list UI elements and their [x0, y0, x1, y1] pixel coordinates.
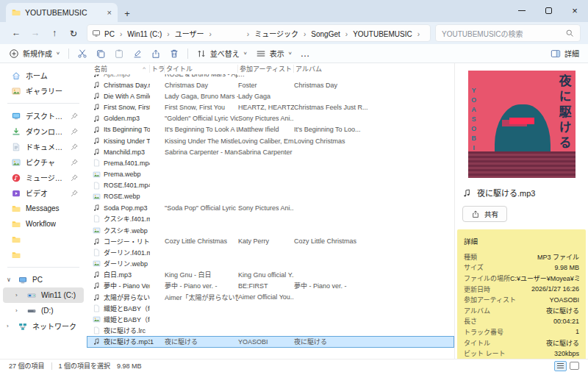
file-row[interactable]: 夜に駆ける.lrc	[87, 325, 454, 336]
copy-button[interactable]	[96, 49, 106, 59]
share-file-button[interactable]: 共有	[462, 206, 507, 222]
file-name-cell: Golden.mp3	[93, 115, 150, 123]
file-row-partial[interactable]: Apt..mp3 ROSÉ & Bruno Mars - Ap... …	[87, 74, 454, 79]
file-row[interactable]: Its Beginning To Lo... It's Beginning To…	[87, 124, 454, 135]
file-artist-cell: King Gnu official Y...	[238, 271, 294, 279]
forward-button[interactable]: →	[26, 28, 44, 38]
refresh-button[interactable]: ↻	[65, 28, 82, 39]
tab-close-icon[interactable]: ×	[107, 9, 112, 17]
close-icon: ×	[572, 6, 578, 15]
column-header-0[interactable]: 名前^	[93, 65, 150, 73]
file-title-cell: "Golden" Official Lyric Vid...	[165, 115, 238, 122]
selection-count: 1 個の項目を選択	[59, 361, 111, 371]
file-row[interactable]: Apt..mp3 ROSÉ & Bruno Mars - Ap... …	[87, 74, 454, 79]
breadcrumb-segment[interactable]: SongGet	[307, 29, 343, 40]
chevron-down-icon: ∨	[56, 51, 60, 55]
file-row[interactable]: Die With A Smile.mp3 Lady Gaga, Bruno Ma…	[87, 90, 454, 101]
sidebar-item-messages[interactable]: Messages	[3, 201, 84, 216]
file-row-selected[interactable]: 夜に駆ける.mp3 1 夜に駆ける YOASOBI 夜に駆ける	[87, 336, 454, 347]
column-header-2[interactable]: タイトル	[165, 65, 238, 73]
file-row[interactable]: Christmas Day.mp3 Christmas Day Foster C…	[87, 79, 454, 90]
music-note-icon	[462, 188, 472, 198]
sidebar-item-win11-c[interactable]: ›Win11 (C:)	[3, 287, 84, 303]
minimize-button[interactable]	[509, 0, 535, 21]
back-button[interactable]: ←	[7, 28, 25, 38]
file-row[interactable]: Manchild.mp3 Sabrina Carpenter - Manc...…	[87, 146, 454, 157]
thumbnail-view-toggle[interactable]	[570, 362, 579, 370]
sidebar-item-documents[interactable]: ドキュメント	[3, 139, 84, 154]
sidebar-item-d-drive[interactable]: ›(D:)	[3, 303, 84, 318]
sidebar-item-videos[interactable]: ビデオ	[3, 185, 84, 201]
search-box[interactable]: YOUTUBEMUSICの検索	[435, 24, 581, 42]
sidebar-item-music[interactable]: ミュージック	[3, 170, 84, 185]
list-view-toggle[interactable]	[554, 361, 567, 371]
file-row[interactable]: Kissing Under The ... Kissing Under The …	[87, 135, 454, 146]
sidebar-item-downloads[interactable]: ダウンロード	[3, 124, 84, 139]
file-row[interactable]: コージー・リトル・クリス... Cozy Little Christmas Ka…	[87, 236, 454, 247]
trash-icon	[169, 49, 179, 59]
file-row[interactable]: 織姫とBABY（feat. ...	[87, 314, 454, 325]
file-row[interactable]: First Snow, First You... First Snow, Fir…	[87, 101, 454, 112]
share-button[interactable]	[151, 49, 161, 59]
sidebar-item-pc[interactable]: ∨PC	[3, 272, 84, 287]
file-row[interactable]: ROSE.f401.mp4.part	[87, 180, 454, 191]
chevron-right-icon[interactable]: ›	[7, 323, 13, 329]
new-tab-button[interactable]: +	[118, 8, 137, 22]
sidebar-item-workflow[interactable]: Workflow	[3, 216, 84, 232]
file-row[interactable]: クスシキ.webp	[87, 224, 454, 235]
sidebar-item-gallery[interactable]: ギャラリー	[3, 83, 84, 99]
maximize-button[interactable]	[535, 0, 562, 21]
rename-button[interactable]	[132, 49, 143, 59]
album-art: 夜に駆ける YOASOBI	[468, 71, 576, 178]
details-pane-toggle[interactable]: 詳細	[551, 48, 579, 59]
column-header-1[interactable]: トラ...	[150, 65, 165, 73]
close-button[interactable]: ×	[562, 0, 588, 21]
file-row[interactable]: 織姫とBABY（feat. ...	[87, 303, 454, 314]
album-art-title-text: 夜に駆ける	[555, 74, 573, 151]
music-note-icon	[93, 204, 101, 212]
file-row[interactable]: 太陽が昇らない世界... Aimer「太陽が昇らない世界... Aimer Of…	[87, 292, 454, 303]
breadcrumb-segment[interactable]: Win11 (C:)	[123, 29, 165, 40]
breadcrumb[interactable]: PC›Win11 (C:)›ユーザー››ミュージック›SongGet›YOUTU…	[87, 24, 431, 42]
sidebar-item-network[interactable]: ›ネットワーク	[3, 318, 84, 334]
file-row[interactable]: 夢中 - Piano Ver. -... 夢中 - Piano ver. - B…	[87, 280, 454, 291]
breadcrumb-segment[interactable]: ミュージック	[251, 29, 302, 40]
breadcrumb-segment[interactable]: PC	[101, 29, 118, 40]
sidebar-item-folder-2[interactable]	[3, 247, 84, 262]
sidebar-item-pictures[interactable]: ピクチャ	[3, 154, 84, 170]
music-note-icon	[93, 81, 101, 89]
image-icon	[93, 193, 101, 201]
file-row[interactable]: Golden.mp3 "Golden" Official Lyric Vid..…	[87, 113, 454, 124]
column-header-3[interactable]: 参加アーティスト	[238, 65, 294, 73]
view-button[interactable]: 表示 ∨	[256, 48, 293, 59]
chevron-down-icon[interactable]: ∨	[7, 276, 13, 283]
sort-button[interactable]: 並べ替え ∨	[196, 48, 248, 59]
file-name-cell: ダーリン.f401.mp4.part	[93, 248, 150, 257]
chevron-right-icon[interactable]: ›	[15, 307, 22, 314]
chevron-right-icon[interactable]: ›	[15, 292, 22, 298]
up-button[interactable]: ↑	[46, 28, 63, 38]
file-row[interactable]: クスシキ.f401.mp4.part	[87, 213, 454, 224]
breadcrumb-segment[interactable]: ユーザー	[171, 29, 208, 40]
file-row[interactable]: 白日.mp3 King Gnu - 白日 King Gnu official Y…	[87, 269, 454, 280]
file-row[interactable]: Prema.webp	[87, 169, 454, 180]
more-options-button[interactable]: …	[301, 48, 311, 59]
new-button[interactable]: 新規作成 ∨	[9, 48, 60, 59]
cut-button[interactable]	[77, 49, 87, 59]
file-title-cell: ROSÉ & Bruno Mars - Ap...	[165, 74, 238, 78]
file-row[interactable]: Prema.f401.mp4.part	[87, 157, 454, 168]
file-row[interactable]: Soda Pop.mp3 "Soda Pop" Official Lyric .…	[87, 202, 454, 213]
document-icon	[12, 143, 21, 151]
sidebar-item-home[interactable]: ホーム	[3, 68, 84, 83]
column-header-4[interactable]: アルバム	[294, 65, 454, 73]
sidebar-item-folder-1[interactable]	[3, 232, 84, 247]
new-label: 新規作成	[23, 48, 52, 59]
breadcrumb-segment[interactable]: YOUTUBEMUSIC	[349, 29, 416, 40]
tab-youtubemusic[interactable]: YOUTUBEMUSIC ×	[6, 3, 118, 22]
delete-button[interactable]	[169, 49, 179, 59]
file-row[interactable]: ダーリン.f401.mp4.part	[87, 247, 454, 258]
sidebar-item-desktop[interactable]: デスクトップ	[3, 108, 84, 124]
file-row[interactable]: ダーリン.webp	[87, 258, 454, 269]
paste-button[interactable]	[114, 49, 124, 59]
file-row[interactable]: ROSE.webp	[87, 191, 454, 202]
